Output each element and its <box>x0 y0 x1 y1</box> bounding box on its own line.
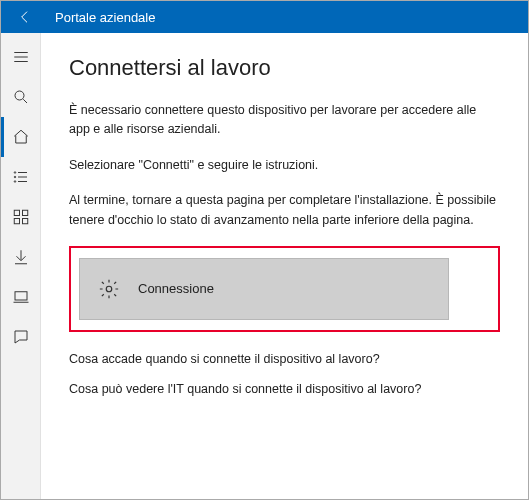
svg-rect-7 <box>22 219 27 224</box>
connect-button[interactable]: Connessione <box>79 258 449 320</box>
search-icon <box>12 88 30 106</box>
download-icon <box>12 248 30 266</box>
svg-rect-6 <box>14 219 19 224</box>
home-icon <box>12 128 30 146</box>
svg-point-0 <box>15 91 24 100</box>
titlebar: Portale aziendale <box>1 1 528 33</box>
intro-text-1: È necessario connettere questo dispositi… <box>69 101 500 140</box>
svg-point-3 <box>14 181 16 183</box>
svg-rect-5 <box>22 210 27 215</box>
app-body: Connettersi al lavoro È necessario conne… <box>1 33 528 499</box>
back-button[interactable] <box>9 1 41 33</box>
gear-icon <box>98 278 120 300</box>
faq-link-1[interactable]: Cosa accade quando si connette il dispos… <box>69 352 500 366</box>
grid-icon <box>12 208 30 226</box>
app-window: Portale aziendale <box>0 0 529 500</box>
laptop-icon <box>12 288 30 306</box>
intro-text-3: Al termine, tornare a questa pagina per … <box>69 191 500 230</box>
connect-highlight: Connessione <box>69 246 500 332</box>
hamburger-icon <box>12 48 30 66</box>
svg-rect-4 <box>14 210 19 215</box>
faq-link-2[interactable]: Cosa può vedere l'IT quando si connette … <box>69 382 500 396</box>
sidebar-item-device[interactable] <box>1 277 41 317</box>
connect-button-label: Connessione <box>138 281 214 296</box>
svg-point-2 <box>14 176 16 178</box>
sidebar-item-apps[interactable] <box>1 197 41 237</box>
sidebar <box>1 33 41 499</box>
app-title: Portale aziendale <box>55 10 155 25</box>
main-content: Connettersi al lavoro È necessario conne… <box>41 33 528 499</box>
sidebar-item-search[interactable] <box>1 77 41 117</box>
sidebar-item-downloads[interactable] <box>1 237 41 277</box>
page-heading: Connettersi al lavoro <box>69 55 500 81</box>
sidebar-item-menu[interactable] <box>1 37 41 77</box>
list-icon <box>12 168 30 186</box>
sidebar-item-help[interactable] <box>1 317 41 357</box>
sidebar-item-list[interactable] <box>1 157 41 197</box>
svg-rect-8 <box>15 292 27 300</box>
svg-point-9 <box>106 286 112 292</box>
svg-point-1 <box>14 172 16 174</box>
sidebar-item-home[interactable] <box>1 117 41 157</box>
intro-text-2: Selezionare "Connetti" e seguire le istr… <box>69 156 500 175</box>
arrow-left-icon <box>17 9 33 25</box>
chat-icon <box>12 328 30 346</box>
